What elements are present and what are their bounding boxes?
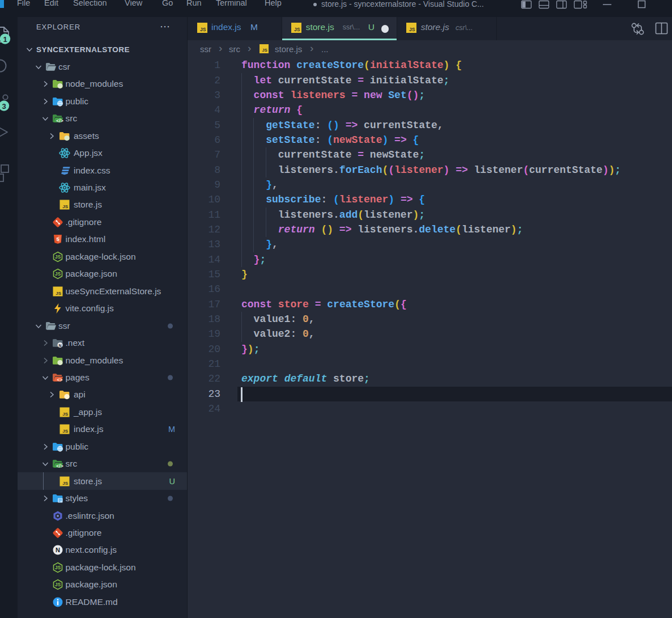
svg-text:JS: JS xyxy=(200,27,206,32)
svg-text:JS: JS xyxy=(62,429,68,434)
svg-text:JS: JS xyxy=(56,291,61,296)
svg-text:<>: <> xyxy=(57,377,62,383)
svg-text:</>: </> xyxy=(56,118,63,124)
svg-text:JS: JS xyxy=(294,27,300,32)
svg-text:JS: JS xyxy=(262,48,267,53)
svg-text:JS: JS xyxy=(54,565,61,570)
svg-text:JS: JS xyxy=(62,204,68,209)
svg-text:JS: JS xyxy=(409,27,415,32)
svg-text:JS: JS xyxy=(54,582,61,588)
svg-text:3: 3 xyxy=(2,102,6,111)
svg-text:1: 1 xyxy=(3,35,7,44)
svg-text:JS: JS xyxy=(62,412,68,417)
svg-text:JS: JS xyxy=(62,481,68,486)
svg-text:N: N xyxy=(58,344,61,348)
svg-text:JS: JS xyxy=(54,254,61,260)
svg-text:</>: </> xyxy=(56,463,63,469)
svg-text:5: 5 xyxy=(56,236,59,242)
svg-text:JS: JS xyxy=(54,272,61,277)
svg-text:N: N xyxy=(56,547,60,553)
